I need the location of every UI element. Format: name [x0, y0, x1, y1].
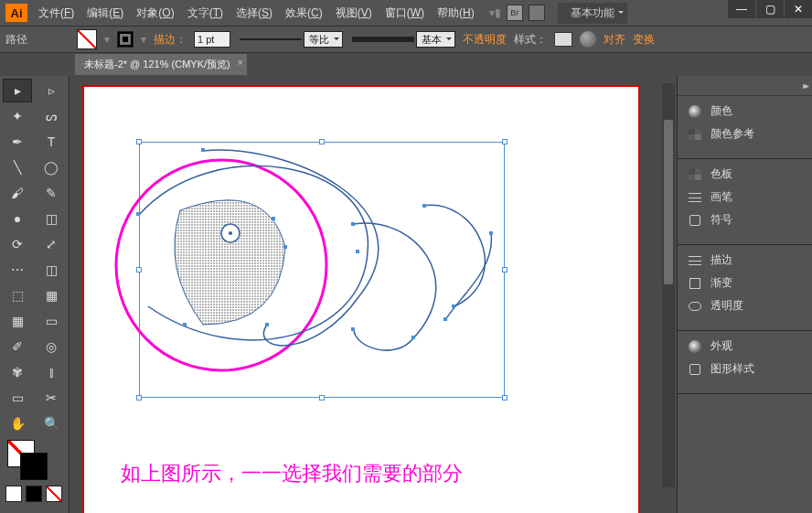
mesh-tool[interactable]: ▦ [4, 310, 31, 332]
stroke-icon [687, 253, 703, 268]
hand-tool[interactable]: ✋ [4, 412, 31, 434]
panel-item-stroke[interactable]: 描边 [678, 249, 812, 272]
line-tool[interactable]: ╲ [4, 156, 31, 178]
artboard[interactable]: 如上图所示，一一选择我们需要的部分 [84, 87, 638, 513]
workspace-switcher[interactable]: 基本功能 [558, 3, 627, 24]
pen-tool[interactable]: ✒ [4, 131, 31, 153]
svg-rect-6 [283, 245, 287, 249]
swatches-icon [687, 167, 703, 182]
direct-select-tool[interactable]: ▹ [37, 80, 65, 102]
lasso-tool[interactable]: ᔕ [37, 105, 65, 127]
menu-c[interactable]: 效果(C) [280, 2, 328, 25]
transform-link[interactable]: 变换 [633, 32, 655, 48]
menu-e[interactable]: 编辑(E) [81, 2, 129, 25]
vertical-scrollbar[interactable] [662, 83, 675, 487]
none-mode[interactable] [46, 486, 62, 502]
symbol-spray-tool[interactable]: ✾ [4, 361, 31, 383]
pencil-tool[interactable]: ✎ [37, 182, 65, 204]
menu-w[interactable]: 窗口(W) [379, 2, 430, 25]
caption-text: 如上图所示，一一选择我们需要的部分 [121, 460, 463, 487]
opacity-link[interactable]: 不透明度 [463, 32, 507, 48]
color-mode-row [5, 486, 63, 502]
stroke-profile-dropdown[interactable]: 等比 [238, 31, 343, 48]
panel-item-swatches[interactable]: 色板 [678, 163, 812, 186]
panel-collapse[interactable]: ▸▸ [678, 76, 812, 96]
minimize-button[interactable]: — [728, 0, 755, 18]
panel-label: 外观 [710, 338, 732, 354]
document-tab[interactable]: 未标题-2* @ 121% (CMYK/预览) × [75, 54, 247, 75]
fill-stroke-indicator[interactable] [7, 440, 49, 482]
black-mode[interactable] [26, 486, 42, 502]
canvas-area[interactable]: 如上图所示，一一选择我们需要的部分 [69, 76, 677, 513]
svg-rect-9 [265, 323, 269, 326]
menu-v[interactable]: 视图(V) [330, 2, 378, 25]
artwork [84, 87, 638, 513]
gradient-tool[interactable]: ▭ [37, 310, 65, 332]
panel-item-color[interactable]: 颜色 [678, 100, 812, 123]
width-tool[interactable]: ⋯ [4, 259, 31, 281]
object-type-label: 路径 [5, 32, 69, 48]
align-link[interactable]: 对齐 [604, 32, 625, 48]
type-tool[interactable]: T [37, 131, 65, 153]
free-transform-tool[interactable]: ◫ [37, 259, 65, 281]
slice-tool[interactable]: ✂ [37, 387, 65, 409]
graph-tool[interactable]: ⫿ [37, 361, 65, 383]
blend-tool[interactable]: ◎ [37, 336, 65, 358]
shape-builder-tool[interactable]: ⬚ [4, 284, 31, 306]
menu-t[interactable]: 文字(T) [182, 2, 229, 25]
bridge-icon[interactable]: Br [507, 5, 523, 21]
selection-tool[interactable]: ▸ [4, 80, 31, 102]
brush-tool[interactable]: 🖌 [4, 182, 31, 204]
panel-label: 颜色 [710, 103, 732, 119]
magic-wand-tool[interactable]: ✦ [4, 105, 31, 127]
zoom-tool[interactable]: 🔍 [37, 412, 65, 434]
panel-dock: ▸▸ 颜色颜色参考色板画笔符号描边渐变透明度外观图形样式 [677, 76, 812, 513]
menu-f[interactable]: 文件(F) [33, 2, 80, 25]
stroke-swatch[interactable] [117, 31, 134, 48]
svg-rect-12 [351, 327, 355, 331]
menu-o[interactable]: 对象(O) [131, 2, 179, 25]
menu-s[interactable]: 选择(S) [230, 2, 278, 25]
close-icon[interactable]: × [238, 58, 243, 68]
eraser-tool[interactable]: ◫ [37, 208, 65, 230]
stroke-indicator[interactable] [20, 453, 48, 480]
panel-label: 渐变 [710, 275, 732, 291]
stroke-weight-input[interactable]: 1 pt [194, 31, 230, 48]
menu-h[interactable]: 帮助(H) [432, 2, 480, 25]
panel-group4: 外观图形样式 [678, 331, 812, 394]
style-thumb[interactable] [554, 32, 572, 47]
recolor-icon[interactable] [580, 31, 596, 48]
arrange-icon[interactable] [529, 5, 545, 21]
maximize-button[interactable]: ▢ [756, 0, 784, 18]
stroke-link[interactable]: 描边： [154, 32, 187, 48]
panel-item-brushes[interactable]: 画笔 [678, 186, 812, 208]
panel-item-appearance[interactable]: 外观 [678, 335, 812, 358]
panel-group2: 色板画笔符号 [678, 159, 812, 245]
white-mode[interactable] [5, 486, 22, 502]
document-tabs: 未标题-2* @ 121% (CMYK/预览) × [0, 53, 812, 75]
svg-rect-8 [356, 250, 359, 253]
eyedropper-tool[interactable]: ✐ [4, 336, 31, 358]
color-icon [687, 104, 703, 119]
perspective-tool[interactable]: ▦ [37, 284, 65, 306]
artboard-tool[interactable]: ▭ [4, 387, 31, 409]
blob-tool[interactable]: ● [4, 208, 31, 230]
rotate-tool[interactable]: ⟳ [4, 233, 31, 255]
panel-item-gradient[interactable]: 渐变 [678, 272, 812, 294]
scale-tool[interactable]: ⤢ [37, 233, 65, 255]
close-button[interactable]: ✕ [785, 0, 812, 18]
panel-item-color-guide[interactable]: 颜色参考 [678, 123, 812, 145]
app-logo: Ai [5, 4, 27, 22]
main-menu: 文件(F)编辑(E)对象(O)文字(T)选择(S)效果(C)视图(V)窗口(W)… [33, 2, 480, 25]
ellipse-tool[interactable]: ◯ [37, 156, 65, 178]
toolbox: ▸▹✦ᔕ✒T╲◯🖌✎●◫⟳⤢⋯◫⬚▦▦▭✐◎✾⫿▭✂✋🔍 [0, 76, 69, 513]
panel-item-transparency[interactable]: 透明度 [678, 294, 812, 317]
svg-rect-7 [183, 323, 187, 326]
search-icon[interactable]: ▾▮ [489, 6, 501, 19]
panel-item-symbols[interactable]: 符号 [678, 208, 812, 231]
window-controls: — ▢ ✕ [727, 0, 812, 18]
brush-def-dropdown[interactable]: 基本 [350, 31, 455, 48]
scrollbar-thumb[interactable] [664, 120, 673, 284]
panel-item-graphic-styles[interactable]: 图形样式 [678, 358, 812, 380]
fill-swatch[interactable] [77, 29, 97, 49]
